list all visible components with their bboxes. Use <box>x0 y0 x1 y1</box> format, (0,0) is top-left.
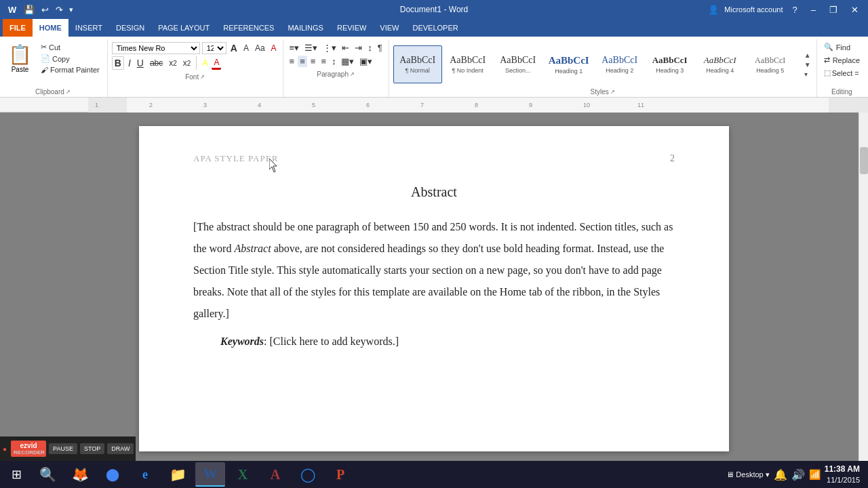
find-icon: 🔍 <box>824 43 833 52</box>
help-btn[interactable]: ? <box>789 3 802 16</box>
font-shrink-button[interactable]: A <box>241 43 251 54</box>
paste-button[interactable]: 📋 Paste <box>4 42 36 75</box>
style-heading2[interactable]: AaBbCcI Heading 2 <box>595 45 644 83</box>
taskbar-notifications[interactable]: 🔔 <box>774 468 787 481</box>
subscript-button[interactable]: x2 <box>167 58 179 68</box>
superscript-button[interactable]: x2 <box>181 58 193 68</box>
cut-button[interactable]: ✂ Cut <box>39 42 102 52</box>
styles-more[interactable]: ▾ <box>803 70 812 79</box>
bullets-button[interactable]: ≡▾ <box>288 42 302 54</box>
styles-scroll-up[interactable]: ▲ <box>803 51 812 60</box>
word-taskbar-icon: W <box>203 466 217 482</box>
quick-access-save[interactable]: 💾 <box>22 5 37 15</box>
style-heading1[interactable]: AaBbCcI Heading 1 <box>544 45 594 83</box>
style-normal[interactable]: AaBbCcI ¶ Normal <box>393 45 442 83</box>
quick-access-customize[interactable]: ▾ <box>68 5 75 14</box>
styles-scroll-down[interactable]: ▼ <box>803 60 812 69</box>
taskbar-ie[interactable]: e <box>130 462 160 487</box>
style-heading5[interactable]: AaBbCcI Heading 5 <box>746 45 795 83</box>
ezvid-stop-button[interactable]: STOP <box>80 443 104 454</box>
ezvid-recorder: ● ezvid RECORDER PAUSE STOP DRAW <box>0 436 136 461</box>
format-painter-button[interactable]: 🖌 Format Painter <box>39 65 102 75</box>
tab-file[interactable]: FILE <box>3 19 33 37</box>
font-size-select[interactable]: 12 <box>202 42 226 54</box>
taskbar-excel[interactable]: X <box>228 462 258 487</box>
taskbar-desktop-btn[interactable]: 🖥 Desktop ▾ <box>726 470 769 479</box>
paragraph-expand-icon[interactable]: ↗ <box>350 71 355 77</box>
ezvid-draw-button[interactable]: DRAW <box>107 443 134 454</box>
tab-references[interactable]: REFERENCES <box>216 19 281 37</box>
taskbar-network[interactable]: 📶 <box>809 469 821 480</box>
tab-design[interactable]: DESIGN <box>109 19 151 37</box>
page-header: APA STYLE PAPER 2 <box>193 153 675 164</box>
sort-button[interactable]: ↕ <box>366 42 374 54</box>
keywords-text: : [Click here to add keywords.] <box>264 336 399 347</box>
font-case-button[interactable]: Aa <box>253 43 267 54</box>
firefox-icon: 🦊 <box>72 466 89 483</box>
clipboard-actions: ✂ Cut 📄 Copy 🖌 Format Painter <box>39 42 102 75</box>
vertical-scrollbar[interactable] <box>859 113 868 461</box>
taskbar-word[interactable]: W <box>195 462 225 487</box>
taskbar-chrome[interactable]: ⬤ <box>98 462 127 487</box>
replace-button[interactable]: ⇄ Replace <box>821 55 863 65</box>
minimize-btn[interactable]: – <box>807 3 820 16</box>
close-btn[interactable]: ✕ <box>847 3 863 16</box>
decrease-indent-button[interactable]: ⇤ <box>340 42 351 54</box>
taskbar-search[interactable]: 🔍 <box>33 462 62 487</box>
increase-indent-button[interactable]: ⇥ <box>353 42 364 54</box>
scroll-thumb[interactable] <box>860 147 868 174</box>
font-group-label: Font ↗ <box>112 72 279 81</box>
document-page[interactable]: APA STYLE PAPER 2 Abstract [The abstract… <box>139 126 729 451</box>
clipboard-expand-icon[interactable]: ↗ <box>66 89 71 95</box>
shading-button[interactable]: ▦▾ <box>339 56 356 67</box>
font-grow-button[interactable]: A <box>229 42 239 54</box>
taskbar-powerpoint[interactable]: P <box>326 462 355 487</box>
find-button[interactable]: 🔍 Find <box>821 42 863 52</box>
tab-view[interactable]: VIEW <box>373 19 406 37</box>
taskbar-volume[interactable]: 🔊 <box>791 468 805 481</box>
justify-button[interactable]: ≡ <box>319 56 328 67</box>
multilevel-list-button[interactable]: ⋮▾ <box>321 42 338 54</box>
italic-button[interactable]: I <box>126 57 133 69</box>
font-color-button[interactable]: A <box>212 57 221 70</box>
ie-icon: e <box>142 468 148 482</box>
tab-page-layout[interactable]: PAGE LAYOUT <box>151 19 216 37</box>
taskbar-firefox[interactable]: 🦊 <box>65 462 95 487</box>
align-right-button[interactable]: ≡ <box>309 56 318 67</box>
tab-home[interactable]: HOME <box>33 19 68 37</box>
align-left-button[interactable]: ≡ <box>288 56 297 67</box>
tab-developer[interactable]: DEVELOPER <box>406 19 465 37</box>
quick-access-undo[interactable]: ↩ <box>39 5 51 15</box>
underline-button[interactable]: U <box>135 57 146 69</box>
style-no-indent[interactable]: AaBbCcI ¶ No Indent <box>443 45 492 83</box>
start-button[interactable]: ⊞ <box>3 462 30 487</box>
restore-btn[interactable]: ❐ <box>825 3 842 16</box>
tab-mailings[interactable]: MAILINGS <box>281 19 330 37</box>
taskbar-ie2[interactable]: ◯ <box>293 462 323 487</box>
account-label[interactable]: Microsoft account <box>724 5 783 14</box>
text-highlight-button[interactable]: A <box>200 58 210 68</box>
copy-button[interactable]: 📄 Copy <box>39 54 102 64</box>
taskbar-access[interactable]: A <box>260 462 290 487</box>
style-heading3[interactable]: AaBbCcI Heading 3 <box>646 45 694 83</box>
strikethrough-button[interactable]: abc <box>148 58 165 68</box>
clipboard-group: 📋 Paste ✂ Cut 📄 Copy 🖌 Format Painter <box>0 39 108 97</box>
align-center-button[interactable]: ≡ <box>298 56 307 67</box>
clear-formatting-button[interactable]: A <box>269 43 279 54</box>
line-spacing-button[interactable]: ↕ <box>330 56 338 67</box>
select-button[interactable]: ⬚ Select = <box>821 68 863 78</box>
bold-button[interactable]: B <box>112 56 124 70</box>
font-expand-icon[interactable]: ↗ <box>200 74 205 80</box>
numbering-button[interactable]: ☰▾ <box>302 42 319 54</box>
ezvid-pause-button[interactable]: PAUSE <box>49 443 77 454</box>
font-name-select[interactable]: Times New Ro <box>112 42 200 54</box>
styles-expand-icon[interactable]: ↗ <box>610 89 615 95</box>
tab-review[interactable]: REVIEW <box>330 19 373 37</box>
tab-insert[interactable]: INSERT <box>68 19 109 37</box>
show-formatting-button[interactable]: ¶ <box>376 42 384 54</box>
borders-button[interactable]: ▣▾ <box>357 56 374 67</box>
quick-access-redo[interactable]: ↷ <box>54 5 65 15</box>
taskbar-explorer[interactable]: 📁 <box>163 462 193 487</box>
style-heading4[interactable]: AaBbCcI Heading 4 <box>696 45 745 83</box>
style-section[interactable]: AaBbCcI Section... <box>494 45 542 83</box>
